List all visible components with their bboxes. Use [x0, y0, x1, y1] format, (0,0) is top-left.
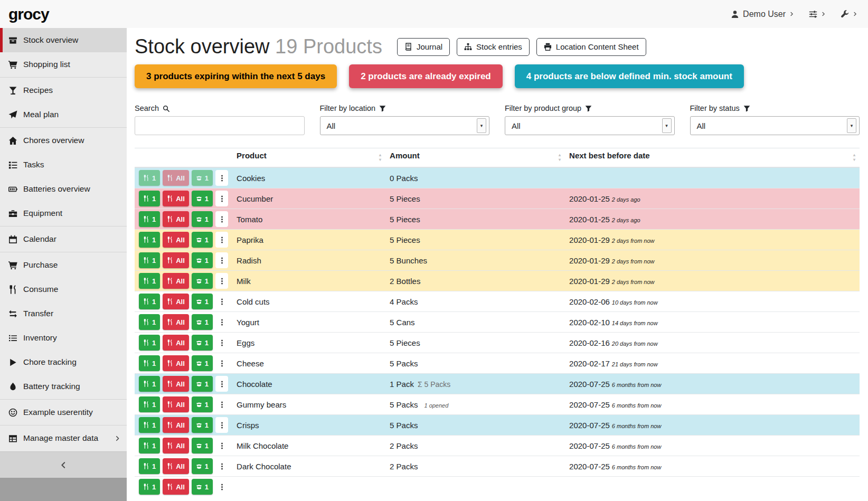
- row-menu-button[interactable]: [215, 191, 228, 206]
- consume-one-button[interactable]: 1: [139, 232, 160, 248]
- consume-all-button[interactable]: All: [163, 314, 189, 330]
- consume-one-button[interactable]: 1: [139, 211, 160, 227]
- below-min-stock-alert[interactable]: 4 products are below defined min. stock …: [515, 64, 744, 88]
- expiring-alert[interactable]: 3 products expiring within the next 5 da…: [135, 64, 337, 88]
- row-menu-button[interactable]: [215, 438, 228, 453]
- open-one-button[interactable]: 1: [192, 252, 213, 268]
- consume-all-button[interactable]: All: [163, 417, 189, 433]
- stock-row[interactable]: 1All1Cheese5 Packs2020-02-1721 days from…: [135, 353, 860, 374]
- search-input[interactable]: [135, 116, 305, 135]
- sidebar-item-battery-tracking[interactable]: Battery tracking: [0, 374, 127, 399]
- sidebar-item-equipment[interactable]: Equipment: [0, 201, 127, 225]
- consume-one-button[interactable]: 1: [139, 479, 160, 495]
- row-menu-button[interactable]: [215, 417, 228, 433]
- row-menu-button[interactable]: [215, 232, 228, 248]
- open-one-button[interactable]: 1: [192, 335, 213, 351]
- stock-row[interactable]: 1All1Milk Chocolate2 Packs2020-07-256 mo…: [135, 436, 860, 456]
- sidebar-collapse-button[interactable]: [0, 451, 127, 478]
- expired-alert[interactable]: 2 products are already expired: [349, 64, 503, 88]
- row-menu-button[interactable]: [215, 252, 228, 268]
- stock-row[interactable]: 1All1Yogurt5 Cans2020-02-1014 days from …: [135, 312, 860, 333]
- consume-all-button[interactable]: All: [163, 252, 189, 268]
- consume-all-button[interactable]: All: [163, 273, 189, 289]
- consume-one-button[interactable]: 1: [139, 191, 160, 206]
- open-one-button[interactable]: 1: [192, 355, 213, 371]
- sidebar-item-tasks[interactable]: Tasks: [0, 153, 127, 177]
- consume-all-button[interactable]: All: [163, 335, 189, 351]
- row-menu-button[interactable]: [215, 314, 228, 330]
- consume-one-button[interactable]: 1: [139, 294, 160, 309]
- open-one-button[interactable]: 1: [192, 294, 213, 309]
- stock-row[interactable]: 1All1Tomato5 Pieces2020-01-252 days ago: [135, 209, 860, 230]
- consume-one-button[interactable]: 1: [139, 396, 160, 412]
- open-one-button[interactable]: 1: [192, 396, 213, 412]
- open-one-button[interactable]: 1: [192, 438, 213, 453]
- product-group-filter-select[interactable]: All ▾: [505, 116, 675, 135]
- open-one-button[interactable]: 1: [192, 273, 213, 289]
- consume-one-button[interactable]: 1: [139, 458, 160, 474]
- sidebar-item-calendar[interactable]: Calendar: [0, 227, 127, 251]
- consume-one-button[interactable]: 1: [139, 417, 160, 433]
- sidebar-item-stock-overview[interactable]: Stock overview: [0, 28, 127, 52]
- stock-row[interactable]: 1All1Eggs5 Pieces2020-02-1620 days from …: [135, 333, 860, 353]
- consume-all-button[interactable]: All: [163, 232, 189, 248]
- stock-row[interactable]: 1All1Gummy bears5 Packs1 opened2020-07-2…: [135, 394, 860, 415]
- admin-menu[interactable]: [841, 10, 857, 18]
- row-menu-button[interactable]: [215, 294, 228, 309]
- sidebar-item-manage-master-data[interactable]: Manage master data: [0, 426, 127, 450]
- sidebar-item-chores-overview[interactable]: Chores overview: [0, 128, 127, 153]
- consume-all-button[interactable]: All: [163, 191, 189, 206]
- sidebar-item-inventory[interactable]: Inventory: [0, 326, 127, 350]
- consume-all-button[interactable]: All: [163, 376, 189, 392]
- open-one-button[interactable]: 1: [192, 479, 213, 495]
- consume-all-button[interactable]: All: [163, 479, 189, 495]
- consume-all-button[interactable]: All: [163, 396, 189, 412]
- stock-row[interactable]: 1All1Milk2 Bottles2020-01-292 days from …: [135, 271, 860, 291]
- row-menu-button[interactable]: [215, 170, 228, 186]
- row-menu-button[interactable]: [215, 211, 228, 227]
- sidebar-item-shopping-list[interactable]: Shopping list: [0, 52, 127, 77]
- stock-row[interactable]: 1All1Dark Chocolate2 Packs2020-07-256 mo…: [135, 456, 860, 477]
- consume-one-button[interactable]: 1: [139, 170, 160, 186]
- consume-all-button[interactable]: All: [163, 294, 189, 309]
- consume-one-button[interactable]: 1: [139, 335, 160, 351]
- consume-all-button[interactable]: All: [163, 355, 189, 371]
- consume-all-button[interactable]: All: [163, 170, 189, 186]
- open-one-button[interactable]: 1: [192, 232, 213, 248]
- sidebar-item-consume[interactable]: Consume: [0, 277, 127, 301]
- stock-row[interactable]: 1All1Crisps5 Packs2020-07-256 months fro…: [135, 415, 860, 436]
- consume-all-button[interactable]: All: [163, 438, 189, 453]
- open-one-button[interactable]: 1: [192, 211, 213, 227]
- location-filter-select[interactable]: All ▾: [320, 116, 490, 135]
- sidebar-item-batteries-overview[interactable]: Batteries overview: [0, 177, 127, 201]
- consume-one-button[interactable]: 1: [139, 438, 160, 453]
- row-menu-button[interactable]: [215, 479, 228, 495]
- sidebar-item-example-userentity[interactable]: Example userentity: [0, 400, 127, 424]
- sidebar-item-transfer[interactable]: Transfer: [0, 301, 127, 326]
- journal-button[interactable]: Journal: [397, 38, 450, 56]
- consume-one-button[interactable]: 1: [139, 355, 160, 371]
- open-one-button[interactable]: 1: [192, 191, 213, 206]
- consume-one-button[interactable]: 1: [139, 376, 160, 392]
- stock-entries-button[interactable]: Stock entries: [457, 38, 530, 56]
- open-one-button[interactable]: 1: [192, 314, 213, 330]
- column-header-amount[interactable]: Amount ▴▾: [385, 148, 565, 168]
- row-menu-button[interactable]: [215, 396, 228, 412]
- sidebar-item-recipes[interactable]: Recipes: [0, 78, 127, 102]
- row-menu-button[interactable]: [215, 273, 228, 289]
- consume-all-button[interactable]: All: [163, 211, 189, 227]
- open-one-button[interactable]: 1: [192, 170, 213, 186]
- consume-one-button[interactable]: 1: [139, 252, 160, 268]
- sidebar-item-purchase[interactable]: Purchase: [0, 253, 127, 277]
- stock-row[interactable]: 1All1Cookies0 Packs: [135, 167, 860, 188]
- sidebar-item-meal-plan[interactable]: Meal plan: [0, 102, 127, 127]
- sidebar-item-chore-tracking[interactable]: Chore tracking: [0, 350, 127, 374]
- app-logo[interactable]: grocy: [8, 5, 49, 23]
- column-header-next-best-before-date[interactable]: Next best before date ▴▾: [565, 148, 860, 168]
- column-header-product[interactable]: Product ▴▾: [232, 148, 385, 168]
- stock-row[interactable]: 1All1Cucumber5 Pieces2020-01-252 days ag…: [135, 188, 860, 209]
- stock-row[interactable]: 1All1Cold cuts4 Packs2020-02-0610 days f…: [135, 291, 860, 312]
- consume-one-button[interactable]: 1: [139, 314, 160, 330]
- settings-menu[interactable]: [809, 10, 826, 18]
- stock-row[interactable]: 1All1Chocolate1 PackΣ 5 Packs2020-07-256…: [135, 374, 860, 394]
